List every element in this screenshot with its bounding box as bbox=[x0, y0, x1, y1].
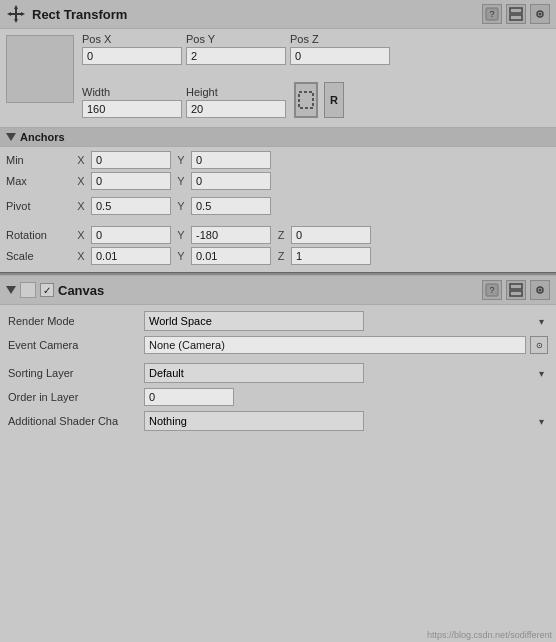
event-camera-picker-icon[interactable]: ⊙ bbox=[530, 336, 548, 354]
app-container: Rect Transform ? bbox=[0, 0, 556, 642]
sorting-layer-label: Sorting Layer bbox=[8, 367, 138, 379]
anchors-toggle-icon bbox=[6, 133, 16, 141]
pos-z-label: Pos Z bbox=[290, 33, 319, 45]
svg-rect-12 bbox=[299, 92, 313, 108]
canvas-fields-area: Render Mode World Space Screen Space - O… bbox=[0, 305, 556, 442]
additional-shader-label: Additional Shader Cha bbox=[8, 415, 138, 427]
gear-icon-rect[interactable] bbox=[530, 4, 550, 24]
rect-transform-title: Rect Transform bbox=[32, 7, 476, 22]
canvas-gear-icon[interactable] bbox=[530, 280, 550, 300]
anchors-section-header[interactable]: Anchors bbox=[0, 127, 556, 147]
additional-shader-select[interactable]: Nothing Everything TexCoord1 TexCoord2 T… bbox=[144, 411, 364, 431]
sorting-layer-select-wrap: Default bbox=[144, 363, 548, 383]
rotation-y-input[interactable] bbox=[191, 226, 271, 244]
render-mode-row: Render Mode World Space Screen Space - O… bbox=[8, 311, 548, 331]
canvas-layout-icon[interactable] bbox=[506, 280, 526, 300]
wh-row: Width Height bbox=[82, 68, 550, 118]
event-camera-label: Event Camera bbox=[8, 339, 138, 351]
render-mode-select[interactable]: World Space Screen Space - Overlay Scree… bbox=[144, 311, 364, 331]
anchors-max-y-input[interactable] bbox=[191, 172, 271, 190]
help-icon[interactable]: ? bbox=[482, 4, 502, 24]
pos-y-label: Pos Y bbox=[186, 33, 215, 45]
rotation-grid: Rotation X Y Z Scale X Y Z bbox=[0, 222, 556, 272]
additional-shader-select-wrap: Nothing Everything TexCoord1 TexCoord2 T… bbox=[144, 411, 548, 431]
x-label-scale: X bbox=[74, 250, 88, 262]
scale-row: Scale X Y Z bbox=[6, 247, 550, 265]
anchors-min-label: Min bbox=[6, 154, 70, 166]
event-camera-input-group: ⊙ bbox=[144, 336, 548, 354]
rotation-z-input[interactable] bbox=[291, 226, 371, 244]
height-input[interactable] bbox=[186, 100, 286, 118]
pos-y-input[interactable] bbox=[186, 47, 286, 65]
pivot-label: Pivot bbox=[6, 200, 70, 212]
width-label: Width bbox=[82, 86, 110, 98]
pivot-x-input[interactable] bbox=[91, 197, 171, 215]
svg-point-11 bbox=[539, 13, 542, 16]
event-camera-row: Event Camera ⊙ bbox=[8, 336, 548, 354]
anchors-min-x-input[interactable] bbox=[91, 151, 171, 169]
y-label-rot: Y bbox=[174, 229, 188, 241]
x-label-min: X bbox=[74, 154, 88, 166]
transform-arrows-icon bbox=[6, 4, 26, 24]
sorting-layer-select[interactable]: Default bbox=[144, 363, 364, 383]
scale-x-input[interactable] bbox=[91, 247, 171, 265]
z-label-rot: Z bbox=[274, 229, 288, 241]
r-button[interactable]: R bbox=[324, 82, 344, 118]
svg-marker-5 bbox=[21, 12, 25, 16]
svg-marker-3 bbox=[14, 19, 18, 23]
watermark: https://blog.csdn.net/sodifferent bbox=[427, 630, 552, 640]
rotation-x-input[interactable] bbox=[91, 226, 171, 244]
order-in-layer-input[interactable] bbox=[144, 388, 234, 406]
y-label-pivot: Y bbox=[174, 200, 188, 212]
pos-x-input[interactable] bbox=[82, 47, 182, 65]
anchors-max-row: Max X Y bbox=[6, 172, 550, 190]
x-label-pivot: X bbox=[74, 200, 88, 212]
width-input[interactable] bbox=[82, 100, 182, 118]
anchors-section-title: Anchors bbox=[20, 131, 65, 143]
canvas-toggle-icon[interactable] bbox=[6, 286, 16, 294]
svg-rect-9 bbox=[510, 15, 522, 20]
pivot-y-input[interactable] bbox=[191, 197, 271, 215]
y-label-min: Y bbox=[174, 154, 188, 166]
scale-label: Scale bbox=[6, 250, 70, 262]
svg-rect-15 bbox=[510, 284, 522, 289]
y-label-scale: Y bbox=[174, 250, 188, 262]
canvas-help-icon[interactable]: ? bbox=[482, 280, 502, 300]
anchors-max-x-input[interactable] bbox=[91, 172, 171, 190]
rect-transform-panel: Rect Transform ? bbox=[0, 0, 556, 272]
pos-x-label: Pos X bbox=[82, 33, 111, 45]
event-camera-input[interactable] bbox=[144, 336, 526, 354]
pos-row: Pos X Pos Y Pos Z bbox=[82, 33, 550, 65]
canvas-header-icons: ? bbox=[482, 280, 550, 300]
pivot-grid: Pivot X Y bbox=[0, 197, 556, 222]
scale-z-input[interactable] bbox=[291, 247, 371, 265]
svg-text:?: ? bbox=[489, 9, 494, 19]
svg-marker-4 bbox=[7, 12, 11, 16]
scale-xyz: X Y Z bbox=[74, 247, 371, 265]
z-label-scale: Z bbox=[274, 250, 288, 262]
anchors-grid: Min X Y Max X Y bbox=[0, 147, 556, 197]
x-label-max: X bbox=[74, 175, 88, 187]
canvas-checkbox[interactable]: ✓ bbox=[40, 283, 54, 297]
canvas-header: ✓ Canvas ? bbox=[0, 276, 556, 305]
rotation-label: Rotation bbox=[6, 229, 70, 241]
anchors-min-y-input[interactable] bbox=[191, 151, 271, 169]
scale-y-input[interactable] bbox=[191, 247, 271, 265]
header-action-icons: ? bbox=[482, 4, 550, 24]
anchor-visual bbox=[6, 35, 74, 103]
anchors-min-xy: X Y bbox=[74, 151, 271, 169]
svg-point-18 bbox=[539, 289, 542, 292]
anchors-max-xy: X Y bbox=[74, 172, 271, 190]
order-in-layer-label: Order in Layer bbox=[8, 391, 138, 403]
render-mode-select-wrap: World Space Screen Space - Overlay Scree… bbox=[144, 311, 548, 331]
pos-z-input[interactable] bbox=[290, 47, 390, 65]
rect-fields-area: Pos X Pos Y Pos Z Width bbox=[82, 33, 550, 121]
pivot-xy: X Y bbox=[74, 197, 271, 215]
rect-anchor-thumbnail bbox=[6, 35, 74, 121]
svg-rect-8 bbox=[510, 8, 522, 13]
pos-z-group: Pos Z bbox=[290, 33, 390, 65]
canvas-color-swatch bbox=[20, 282, 36, 298]
rect-constraint-icon[interactable] bbox=[294, 82, 318, 118]
rect-transform-header: Rect Transform ? bbox=[0, 0, 556, 29]
layout-icon[interactable] bbox=[506, 4, 526, 24]
